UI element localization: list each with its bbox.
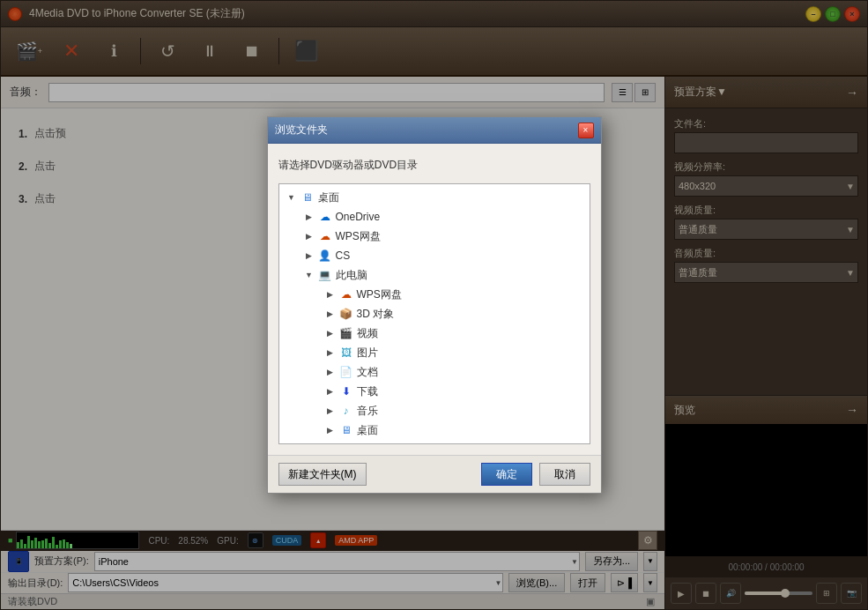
desktop2-label: 桌面: [357, 423, 378, 438]
videos-chevron: ▶: [325, 328, 336, 338]
browse-folder-dialog: 浏览文件夹 × 请选择DVD驱动器或DVD目录 ▼ 🖥 桌面 ▶: [267, 116, 602, 494]
wps-pc-chevron: ▶: [325, 289, 336, 300]
3d-chevron: ▶: [325, 309, 336, 319]
thispc-label: 此电脑: [336, 268, 367, 283]
3d-icon: 📦: [339, 307, 353, 321]
wps-cloud-label: WPS网盘: [336, 229, 381, 244]
tree-item-wps-pc[interactable]: ▶ ☁ WPS网盘: [283, 285, 586, 304]
dialog-body: 请选择DVD驱动器或DVD目录 ▼ 🖥 桌面 ▶ ☁ OneDrive: [268, 144, 601, 455]
dialog-action-buttons: 确定 取消: [481, 463, 590, 486]
thispc-chevron: ▼: [304, 270, 315, 280]
tree-item-music[interactable]: ▶ ♪ 音乐: [283, 401, 586, 420]
onedrive-chevron: ▶: [304, 212, 315, 222]
pictures-icon: 🖼: [339, 346, 353, 360]
downloads-chevron: ▶: [325, 386, 336, 397]
videos-icon: 🎬: [339, 326, 353, 340]
dialog-title: 浏览文件夹: [275, 123, 578, 138]
music-icon: ♪: [339, 404, 353, 418]
new-folder-button[interactable]: 新建文件夹(M): [278, 463, 367, 486]
cs-label: CS: [336, 249, 351, 262]
cs-icon: 👤: [318, 249, 332, 263]
3d-label: 3D 对象: [357, 307, 395, 322]
docs-icon: 📄: [339, 365, 353, 379]
pictures-label: 图片: [357, 346, 378, 361]
desktop2-icon: 🖥: [339, 423, 353, 437]
dialog-footer: 新建文件夹(M) 确定 取消: [268, 455, 601, 493]
downloads-label: 下载: [357, 384, 378, 399]
confirm-button[interactable]: 确定: [481, 463, 532, 486]
docs-chevron: ▶: [325, 367, 336, 377]
wps-pc-icon: ☁: [339, 287, 353, 301]
music-label: 音乐: [357, 404, 378, 419]
dialog-overlay: 浏览文件夹 × 请选择DVD驱动器或DVD目录 ▼ 🖥 桌面 ▶: [0, 0, 868, 610]
tree-item-cs[interactable]: ▶ 👤 CS: [283, 246, 586, 265]
thispc-icon: 💻: [318, 268, 332, 282]
tree-item-desktop[interactable]: ▼ 🖥 桌面: [283, 188, 586, 207]
desktop-icon: 🖥: [300, 190, 315, 205]
wps-cloud-chevron: ▶: [304, 231, 315, 242]
music-chevron: ▶: [325, 405, 336, 416]
tree-item-3d[interactable]: ▶ 📦 3D 对象: [283, 304, 586, 324]
dialog-instruction: 请选择DVD驱动器或DVD目录: [278, 154, 590, 176]
tree-item-downloads[interactable]: ▶ ⬇ 下载: [283, 382, 586, 401]
pictures-chevron: ▶: [325, 347, 336, 358]
desktop2-chevron: ▶: [325, 425, 336, 435]
wps-cloud-icon: ☁: [318, 229, 332, 243]
wps-pc-label: WPS网盘: [357, 287, 402, 302]
onedrive-icon: ☁: [318, 210, 332, 224]
tree-item-videos[interactable]: ▶ 🎬 视频: [283, 324, 586, 343]
desktop-label: 桌面: [318, 190, 339, 205]
cancel-button[interactable]: 取消: [539, 463, 590, 486]
dialog-title-bar: 浏览文件夹 ×: [268, 117, 601, 144]
tree-item-thispc[interactable]: ▼ 💻 此电脑: [283, 265, 586, 285]
tree-item-wps-cloud[interactable]: ▶ ☁ WPS网盘: [283, 227, 586, 246]
onedrive-label: OneDrive: [336, 211, 381, 223]
cs-chevron: ▶: [304, 250, 315, 261]
tree-item-docs[interactable]: ▶ 📄 文档: [283, 362, 586, 382]
downloads-icon: ⬇: [339, 384, 353, 398]
videos-label: 视频: [357, 326, 378, 341]
docs-label: 文档: [357, 365, 378, 380]
desktop-chevron: ▼: [286, 192, 297, 203]
tree-item-pictures[interactable]: ▶ 🖼 图片: [283, 343, 586, 362]
tree-item-onedrive[interactable]: ▶ ☁ OneDrive: [283, 207, 586, 227]
dialog-close-button[interactable]: ×: [578, 123, 594, 138]
tree-item-desktop2[interactable]: ▶ 🖥 桌面: [283, 420, 586, 440]
file-tree[interactable]: ▼ 🖥 桌面 ▶ ☁ OneDrive ▶ ☁ WPS网盘: [278, 183, 590, 444]
app-window: 4Media DVD to iPhone Converter SE (未注册) …: [0, 0, 868, 610]
